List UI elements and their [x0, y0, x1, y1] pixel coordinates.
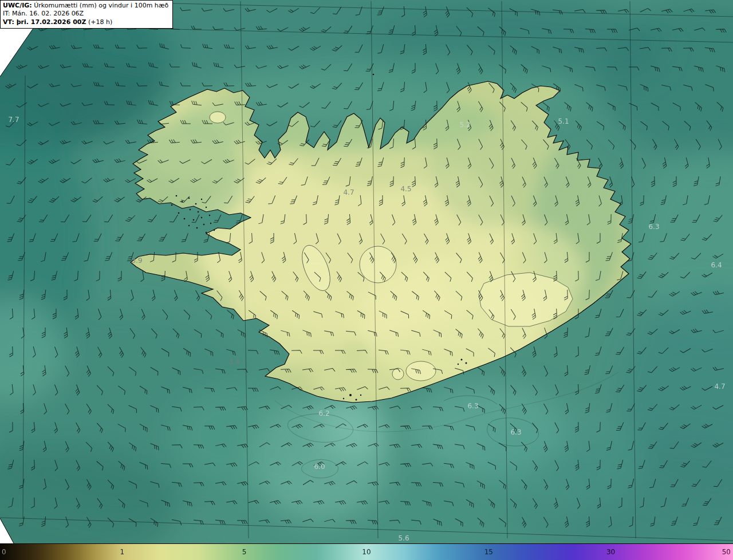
model-id: UWC/IG: [3, 2, 32, 9]
field-description: Úrkomumætti (mm) og vindur i 100m hæð [32, 2, 169, 9]
valid-time: VT: þri. 17.02.2026 00Z [3, 18, 86, 26]
colorbar-tick-0: 0 [2, 548, 6, 556]
title-box: UWC/IG: Úrkomumætti (mm) og vindur i 100… [0, 0, 173, 29]
colorbar-tick-15: 15 [484, 548, 493, 556]
drangajokull-glacier [210, 112, 226, 123]
colorbar-tick-1: 1 [120, 548, 125, 556]
colorbar-tick-30: 30 [606, 548, 615, 556]
myrdalsjokull-glacier [406, 361, 436, 381]
colorbar-tick-5: 5 [242, 548, 247, 556]
colorbar-tick-10: 10 [362, 548, 371, 556]
eyjafjallajokull-glacier [392, 368, 404, 380]
title-line-model: UWC/IG: Úrkomumætti (mm) og vindur i 100… [3, 2, 168, 10]
hofsjokull-glacier [360, 246, 396, 283]
title-line-valid: VT: þri. 17.02.2026 00Z (+18 h) [3, 18, 168, 26]
title-line-init: IT: Mán. 16. 02. 2026 06Z [3, 10, 168, 18]
lead-time: (+18 h) [86, 18, 112, 26]
precipitation-colorbar: 01510153050 [0, 543, 733, 560]
colorbar-tick-50: 50 [722, 548, 731, 556]
weather-map-screen: 7.75.25.14.74.56.36.43.93.46.26.36.34.76… [0, 0, 733, 560]
precipitation-wind-map [0, 0, 733, 560]
